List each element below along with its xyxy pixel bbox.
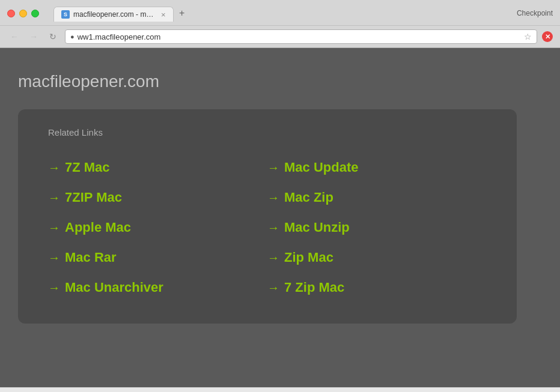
url-display: ww1.macfileopener.com: [78, 32, 521, 41]
bookmark-icon[interactable]: ☆: [524, 32, 532, 41]
footer: sedo This webpage was generated by the d…: [0, 387, 560, 392]
link-label: Mac Zip: [284, 190, 333, 205]
new-tab-button[interactable]: +: [174, 5, 190, 22]
window-controls: [7, 10, 39, 17]
arrow-icon: →: [48, 251, 60, 265]
tab-bar: S macfileopener.com - macfileo... × +: [53, 5, 517, 22]
minimize-window-button[interactable]: [19, 10, 27, 17]
site-title: macfileopener.com: [18, 72, 159, 91]
forward-button[interactable]: →: [26, 29, 41, 44]
link-label: Mac Unzip: [284, 220, 350, 235]
link-item[interactable]: →Mac Unarchiver: [48, 273, 267, 303]
arrow-icon: →: [48, 161, 60, 175]
shield-icon: ✕: [542, 31, 553, 42]
links-column-right: →Mac Update→Mac Zip→Mac Unzip→Zip Mac→7 …: [267, 152, 487, 303]
link-item[interactable]: →Mac Unzip: [267, 213, 487, 243]
arrow-icon: →: [48, 191, 60, 205]
security-icon: ●: [70, 33, 75, 40]
link-item[interactable]: →7ZIP Mac: [48, 182, 267, 213]
link-item[interactable]: →Zip Mac: [267, 243, 487, 273]
links-column-left: →7Z Mac→7ZIP Mac→Apple Mac→Mac Rar→Mac U…: [48, 152, 267, 303]
arrow-icon: →: [267, 281, 279, 295]
link-label: Apple Mac: [65, 220, 131, 235]
arrow-icon: →: [267, 161, 279, 175]
address-bar[interactable]: ● ww1.macfileopener.com ☆: [65, 29, 537, 44]
link-label: Mac Rar: [65, 250, 117, 265]
arrow-icon: →: [48, 221, 60, 235]
tab-favicon-icon: S: [61, 10, 70, 19]
link-label: 7Z Mac: [65, 160, 110, 175]
tab-title: macfileopener.com - macfileo...: [73, 10, 157, 19]
link-label: 7ZIP Mac: [65, 190, 122, 205]
link-label: Zip Mac: [284, 250, 333, 265]
browser-chrome: S macfileopener.com - macfileo... × + Ch…: [0, 0, 560, 48]
nav-bar: ← → ↻ ● ww1.macfileopener.com ☆ ✕: [0, 25, 560, 47]
tab-close-button[interactable]: ×: [161, 11, 166, 19]
back-button[interactable]: ←: [7, 29, 22, 44]
link-label: Mac Unarchiver: [65, 280, 163, 295]
links-card: Related Links →7Z Mac→7ZIP Mac→Apple Mac…: [18, 109, 517, 324]
links-grid: →7Z Mac→7ZIP Mac→Apple Mac→Mac Rar→Mac U…: [48, 152, 487, 303]
arrow-icon: →: [267, 221, 279, 235]
page-content: macfileopener.com Related Links →7Z Mac→…: [0, 48, 560, 387]
link-label: 7 Zip Mac: [284, 280, 344, 295]
refresh-button[interactable]: ↻: [46, 29, 60, 44]
arrow-icon: →: [48, 281, 60, 295]
related-links-heading: Related Links: [48, 127, 487, 137]
arrow-icon: →: [267, 251, 279, 265]
link-item[interactable]: →Mac Rar: [48, 243, 267, 273]
active-tab[interactable]: S macfileopener.com - macfileo... ×: [53, 7, 174, 22]
link-item[interactable]: →Mac Zip: [267, 182, 487, 213]
link-item[interactable]: →7Z Mac: [48, 152, 267, 182]
title-bar: S macfileopener.com - macfileo... × + Ch…: [0, 0, 560, 25]
checkpoint-label: Checkpoint: [517, 9, 553, 17]
link-item[interactable]: →Apple Mac: [48, 213, 267, 243]
maximize-window-button[interactable]: [31, 10, 39, 17]
link-item[interactable]: →7 Zip Mac: [267, 273, 487, 303]
link-item[interactable]: →Mac Update: [267, 152, 487, 182]
arrow-icon: →: [267, 191, 279, 205]
close-window-button[interactable]: [7, 10, 15, 17]
link-label: Mac Update: [284, 160, 358, 175]
